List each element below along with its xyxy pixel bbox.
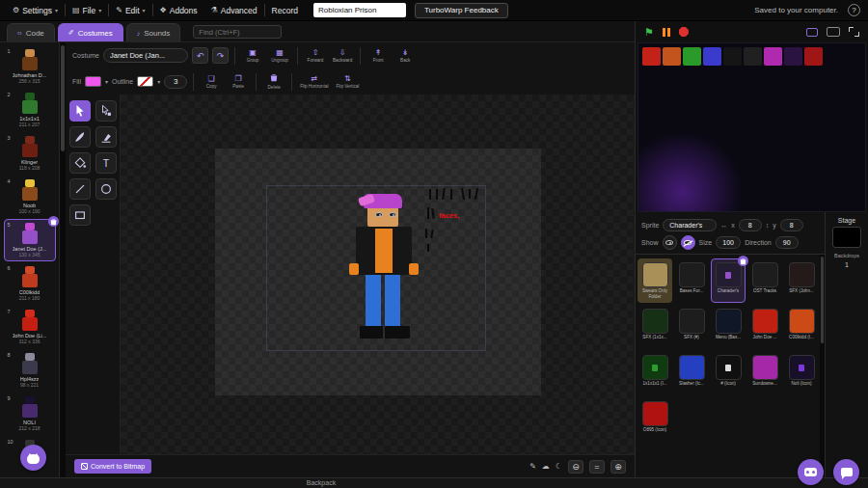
sprite-y-input[interactable]: [780, 219, 803, 231]
find-input[interactable]: [193, 25, 282, 39]
delete-sprite-button[interactable]: [738, 256, 748, 266]
group-label: Group: [247, 58, 259, 63]
group-button[interactable]: ▣ Group: [241, 43, 264, 68]
sprite-scrollbar[interactable]: [820, 255, 825, 477]
pause-button[interactable]: [663, 28, 670, 37]
addons-menu[interactable]: ❖ Addons: [153, 0, 204, 20]
sprite-name-input[interactable]: [663, 219, 717, 231]
zoom-reset-button[interactable]: =: [589, 460, 605, 474]
select-tool[interactable]: [69, 100, 91, 122]
canvas-selection[interactable]: faces,: [267, 186, 485, 350]
eraser-tool[interactable]: [95, 126, 117, 148]
backpack-bar[interactable]: Backpack: [0, 477, 868, 488]
hide-sprite-button[interactable]: [681, 235, 695, 250]
front-button[interactable]: ↟ Front: [366, 43, 390, 68]
fill-color-swatch[interactable]: [85, 76, 101, 87]
stage-selector[interactable]: Stage Backdrops 1: [826, 212, 868, 477]
project-title-input[interactable]: [313, 3, 406, 17]
chat-button[interactable]: [833, 459, 859, 485]
rectangle-tool[interactable]: [69, 204, 91, 226]
dark-mode-icon[interactable]: ☾: [556, 462, 562, 471]
onion-skin-icon[interactable]: ☁: [542, 462, 550, 471]
delete-button[interactable]: Delete: [262, 69, 285, 94]
costume-item[interactable]: 7John Doe (Li...312 x 336: [4, 306, 56, 348]
outline-color-swatch[interactable]: [137, 76, 153, 87]
sprite-tile[interactable]: SFX (#): [674, 305, 709, 349]
circle-tool[interactable]: [95, 178, 117, 200]
costume-name-input[interactable]: [103, 48, 188, 63]
zoom-in-button[interactable]: ⊕: [610, 460, 626, 474]
tab-code[interactable]: ‹› Code: [7, 23, 55, 41]
costume-item[interactable]: 5Janet Doe (J...130 x 345: [4, 219, 56, 261]
sprite-tile[interactable]: Charader's: [711, 258, 746, 303]
costume-item[interactable]: 3Klinger118 x 208: [4, 132, 56, 175]
costume-item[interactable]: 6C00lkidd211 x 180: [4, 262, 56, 305]
sprite-tile[interactable]: SFX (John...: [784, 258, 819, 303]
advanced-menu[interactable]: ⚗ Advanced: [204, 0, 264, 20]
sprite-tile[interactable]: SFX (1x1x...: [637, 305, 672, 349]
sprite-size-input[interactable]: [716, 236, 741, 249]
brush-tool[interactable]: [69, 126, 91, 148]
costume-item[interactable]: 8Hpl4szz98 x 221: [4, 349, 56, 392]
paste-button[interactable]: ❐ Paste: [227, 69, 250, 94]
stop-button[interactable]: [679, 27, 689, 37]
sprite-tile[interactable]: O895 (Icon): [637, 397, 672, 442]
sprite-tile[interactable]: John Doe ...: [747, 305, 782, 349]
redo-button[interactable]: ↷: [212, 47, 229, 64]
stage-preview[interactable]: [637, 42, 866, 212]
costume-size: 118 x 208: [19, 165, 41, 171]
backward-button[interactable]: ⇩ Backward: [331, 43, 354, 68]
forward-button[interactable]: ⇧ Forward: [304, 43, 327, 68]
tab-costumes[interactable]: ✐ Costumes: [58, 23, 123, 41]
add-costume-button[interactable]: [20, 445, 46, 471]
flip-horizontal-button[interactable]: ⇄ Flip Horizontal: [298, 69, 330, 94]
paint-canvas[interactable]: faces,: [120, 95, 635, 454]
sprite-x-input[interactable]: [739, 219, 762, 231]
feedback-button[interactable]: TurboWarp Feedback: [415, 3, 508, 18]
sprite-tile[interactable]: Bases For...: [674, 258, 709, 303]
gamepad-button[interactable]: [798, 459, 824, 485]
record-menu[interactable]: Record: [265, 0, 305, 20]
costume-thumbnail: [15, 265, 44, 288]
back-button[interactable]: ↡ Back: [393, 43, 417, 68]
help-button[interactable]: ?: [848, 4, 860, 16]
zoom-out-button[interactable]: ⊖: [568, 460, 583, 474]
settings-menu[interactable]: ⚙ Settings ▾: [6, 0, 65, 20]
sprite-tile[interactable]: # (Icon): [711, 351, 746, 395]
line-tool[interactable]: [69, 178, 91, 200]
sprite-tile[interactable]: Menu (Bas...: [711, 305, 746, 349]
file-menu[interactable]: ▤ File ▾: [66, 0, 108, 20]
delete-costume-button[interactable]: [48, 216, 59, 227]
undo-button[interactable]: ↶: [192, 47, 208, 64]
sprite-direction-input[interactable]: [775, 236, 799, 249]
pencil-icon: ✎: [116, 6, 122, 14]
sprite-tile[interactable]: Slasher (Ic...: [674, 351, 709, 395]
text-tool[interactable]: T: [95, 152, 117, 174]
edit-menu[interactable]: ✎ Edit ▾: [109, 0, 151, 20]
flip-vertical-button[interactable]: ⇅ Flip Vertical: [335, 69, 362, 94]
costume-item[interactable]: 9NOLI212 x 218: [4, 393, 56, 435]
convert-to-bitmap-button[interactable]: Convert to Bitmap: [74, 459, 151, 474]
large-stage-button[interactable]: [827, 27, 840, 37]
copy-button[interactable]: ❏ Copy: [200, 69, 223, 94]
sprite-tile[interactable]: Sundowne...: [747, 351, 782, 395]
pen-mode-icon[interactable]: ✎: [529, 462, 536, 471]
stroke-width-input[interactable]: [164, 75, 187, 89]
costume-item[interactable]: 4Noob100 x 190: [4, 176, 56, 218]
show-sprite-button[interactable]: [663, 235, 677, 250]
ungroup-button[interactable]: ▦ Ungroup: [268, 43, 291, 68]
small-stage-button[interactable]: [806, 28, 818, 37]
reshape-tool[interactable]: [95, 100, 117, 122]
sprite-tile[interactable]: OST Tracks: [747, 258, 782, 303]
character-shoe: [360, 326, 383, 339]
fullscreen-button[interactable]: [849, 27, 859, 37]
sprite-tile[interactable]: Noli (Icon): [784, 351, 819, 395]
tab-sounds[interactable]: ♪ Sounds: [126, 23, 181, 41]
green-flag-button[interactable]: ⚑: [644, 27, 654, 38]
costume-item[interactable]: 1Johnathan D...256 x 315: [4, 45, 56, 88]
costume-item[interactable]: 21x1x1x1211 x 207: [4, 89, 56, 131]
sprite-tile[interactable]: Swears Only Folder: [637, 258, 672, 303]
sprite-tile[interactable]: 1x1x1x1 (I...: [637, 351, 672, 395]
fill-tool[interactable]: [69, 152, 91, 174]
sprite-tile[interactable]: C00lkidd (I...: [784, 305, 819, 349]
